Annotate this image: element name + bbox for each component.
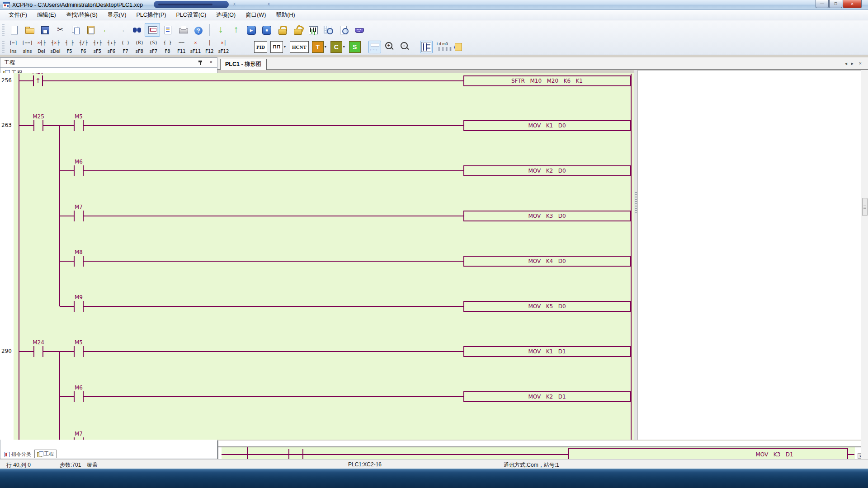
free-monitor-button[interactable] [321,23,336,37]
data-monitor-button[interactable] [336,23,351,37]
menu-item-7[interactable]: 选项(O) [211,10,241,20]
download-to-plc-button[interactable]: ↓ [213,23,228,37]
ladder-rung[interactable]: M8MOV K4 D0 [60,249,631,267]
shortcut-label: F12 [205,49,213,54]
forward-icon: → [116,24,127,35]
pid-block-button[interactable]: PID [254,41,267,53]
ladder-view-button[interactable] [145,23,160,37]
ladder-tool-f7[interactable]: ( )F7 [118,39,132,54]
ladder-tool-f6[interactable]: ┤/├F6 [76,39,90,54]
tab-plc1-ladder[interactable]: PLC1 - 梯形图 [220,59,267,70]
dropdown-arrow-icon[interactable]: ▾ [284,45,286,49]
cut-button[interactable]: ✂ [52,23,68,37]
fit-width-button[interactable] [368,41,381,53]
paste-button[interactable] [83,23,99,37]
ladder-tool-sf7[interactable]: (S)sF7 [146,39,160,54]
ladder-tool-f11[interactable]: ──F11 [175,39,189,54]
find-button[interactable] [129,23,145,37]
ladder-tool-sf6[interactable]: ┤↓├sF6 [104,39,118,54]
save-button[interactable] [37,23,52,37]
new-button[interactable] [6,23,22,37]
app-icon [3,2,10,8]
panel-close-icon[interactable]: × [210,59,212,65]
tab-close-icon[interactable]: × [859,61,862,66]
menu-item-4[interactable]: 显示(V) [103,10,132,20]
plc-stop-button[interactable]: ■ [259,23,274,37]
plc-run-button[interactable]: ▶ [244,23,259,37]
ladder-symbol-icon: ┤↑├ [93,40,101,46]
vertical-scrollbar[interactable] [861,70,868,459]
zoom-out-button[interactable] [399,41,412,53]
ladder-rung[interactable]: M6MOV K2 D0 [60,159,631,176]
maximize-button[interactable]: □ [829,0,842,8]
tab-scroll-left-icon[interactable]: ◂ [844,61,847,66]
scrollbar-thumb[interactable] [862,198,868,216]
forward-button[interactable]: → [114,23,129,37]
copy-button[interactable] [68,23,83,37]
help-button[interactable]: ? [191,23,206,37]
upload-from-plc-button[interactable]: ↑ [228,23,244,37]
rung-step-number: 290 [1,348,13,354]
syntax-check-button[interactable] [305,23,321,37]
title-bar[interactable]: XCPPro - C:\Users\Administrator\Desktop\… [0,0,868,10]
ladder-rung[interactable]: M7 [60,431,464,440]
ladder-tool-sf11[interactable]: ×sF11 [189,39,203,54]
zoom-in-button[interactable] [384,41,396,53]
lock-button[interactable] [274,23,290,37]
pulse-block-button[interactable]: ⊓⊓▾ [270,41,287,53]
menu-item-2[interactable]: 编辑(E) [32,10,61,20]
menu-item-5[interactable]: PLC操作(P) [131,10,171,20]
ladder-tool-sf12[interactable]: ×│sF12 [217,39,231,54]
ld-monitor-button[interactable]: Ld m0 [435,41,453,53]
menu-item-3[interactable]: 查找\替换(S) [61,10,103,20]
open-button[interactable] [22,23,37,37]
minimize-button[interactable]: — [816,0,829,8]
ladder-view-icon [147,24,158,35]
menu-item-1[interactable]: 文件(F) [4,10,32,20]
upload-from-plc-icon: ↑ [231,24,241,35]
tab-scroll-right-icon[interactable]: ▸ [851,61,854,66]
ladder-rung-256[interactable]: ↑M10SFTR M10 M20 K6 K1 [19,73,631,86]
ladder-rung[interactable]: M9MOV K5 D0 [60,294,631,312]
ladder-rung-290[interactable]: M24M5MOV K1 D1 [19,339,631,440]
ladder-rung-263[interactable]: M25M5MOV K1 D0 [19,113,631,306]
dropdown-arrow-icon[interactable]: ▾ [325,45,326,49]
ladder-tool-sf8[interactable]: (R)sF8 [132,39,146,54]
menu-item-6[interactable]: PLC设置(C) [171,10,211,20]
main-toolbar: ✂←→?↓↑▶■ [0,21,367,38]
ladder-editor[interactable]: ↑M10SFTR M10 M20 K6 K1M25M5MOV K1 D0M6MO… [0,73,634,440]
unlock-button[interactable] [290,23,305,37]
shortcut-label: F8 [165,49,170,54]
ladder-tool-sins[interactable]: [⋯⋯]sIns [20,39,34,54]
ladder-rung[interactable]: M7MOV K3 D0 [60,204,631,221]
dropdown-arrow-icon[interactable]: ▾ [343,45,345,49]
ladder-rung[interactable]: M6MOV K2 D1 [60,385,631,402]
counter-block-button[interactable]: C▾ [330,41,346,53]
close-button[interactable]: × [843,0,862,8]
ladder-tool-del[interactable]: ×┤├Del [34,39,48,54]
help-icon: ? [194,27,203,35]
com-settings-button[interactable] [351,23,367,37]
state-block-button[interactable]: S [349,41,361,53]
tab-project[interactable]: 工程 [34,450,57,458]
convert-button[interactable]: ⇄ [453,41,466,53]
timer-block-button[interactable]: T▾ [312,41,327,53]
hcnt-block-button[interactable]: HCNT [290,41,309,53]
back-button[interactable]: ← [99,23,114,37]
ladder-tool-f12[interactable]: │F12 [203,39,217,54]
tab-instruction-category[interactable]: 指令分类 [2,450,33,458]
svg-text:M5: M5 [75,339,83,346]
print-button[interactable] [175,23,191,37]
ladder-tool-f8[interactable]: { }F8 [160,39,175,54]
ladder-monitor-button[interactable] [420,41,433,53]
ladder-canvas[interactable]: ↑M10SFTR M10 M20 K6 K1M25M5MOV K1 D0M6MO… [0,73,634,440]
ladder-tool-f5[interactable]: ┤ ├F5 [62,39,76,54]
menu-item-9[interactable]: 帮助(H) [271,10,300,20]
menu-item-8[interactable]: 窗口(W) [241,10,271,20]
ladder-tool-ins[interactable]: [⋯]Ins [6,39,20,54]
ladder-tool-sdel[interactable]: ┤×├sDel [48,39,62,54]
ladder-tool-sf5[interactable]: ┤↑├sF5 [90,39,104,54]
instruction-list-button[interactable] [160,23,175,37]
pin-icon[interactable] [198,60,203,66]
vertical-splitter[interactable] [634,70,638,440]
